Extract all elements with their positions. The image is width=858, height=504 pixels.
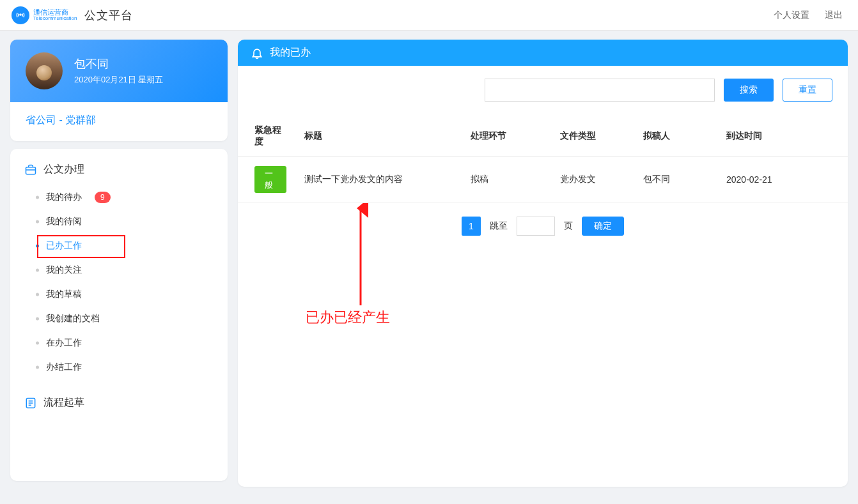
brand-block: 通信运营商 Telecommunication 公文平台	[12, 6, 133, 24]
cell-filetype: 党办发文	[551, 157, 634, 202]
nav-items: 我的待办 9 我的待阅 已办工作	[10, 181, 228, 387]
nav-item-label: 我的关注	[46, 264, 82, 276]
bullet-icon	[36, 366, 39, 369]
todo-badge: 9	[95, 192, 111, 203]
brand-en: Telecommunication	[33, 16, 77, 22]
briefcase-icon	[24, 164, 37, 176]
top-header: 通信运营商 Telecommunication 公文平台 个人设置 退出	[0, 0, 858, 31]
user-info: 包不同 2020年02月21日 星期五	[74, 56, 163, 86]
cell-drafter: 包不同	[634, 157, 717, 202]
search-button[interactable]: 搜索	[724, 79, 774, 102]
bullet-icon	[36, 220, 39, 224]
nav-item-created[interactable]: 我创建的文档	[10, 307, 228, 331]
nav-card: 公文办理 我的待办 9 我的待阅	[10, 149, 228, 481]
table-row[interactable]: 一般 测试一下党办发文的内容 拟稿 党办发文 包不同 2020-02-21	[238, 157, 848, 202]
logout-link[interactable]: 退出	[825, 10, 843, 21]
page-confirm-button[interactable]: 确定	[582, 217, 624, 236]
page-unit: 页	[564, 220, 573, 232]
user-card: 包不同 2020年02月21日 星期五 省公司 - 党群部	[10, 40, 228, 141]
nav-item-label: 我的待办	[46, 192, 82, 203]
nav-item-follow[interactable]: 我的关注	[10, 258, 228, 282]
bullet-icon	[36, 269, 39, 272]
col-arrive: 到达时间	[717, 116, 848, 157]
nav-section-docs[interactable]: 公文办理	[10, 158, 228, 181]
nav-item-label: 我的草稿	[46, 289, 82, 300]
nav-item-closed[interactable]: 办结工作	[10, 355, 228, 379]
col-title: 标题	[295, 116, 462, 157]
nav-item-todo[interactable]: 我的待办 9	[10, 185, 228, 210]
bullet-icon	[36, 196, 39, 199]
bullet-icon	[36, 245, 39, 248]
nav-section-process[interactable]: 流程起草	[10, 391, 228, 415]
main-title: 我的已办	[270, 46, 311, 59]
cell-urgency: 一般	[238, 157, 295, 202]
col-step: 处理环节	[462, 116, 551, 157]
cell-arrive: 2020-02-21	[717, 157, 848, 202]
toolbar: 搜索 重置	[238, 66, 848, 116]
page-input[interactable]	[517, 217, 555, 236]
nav-item-label: 我的待阅	[46, 216, 82, 227]
sidebar: 包不同 2020年02月21日 星期五 省公司 - 党群部 公文办理 我的待办 …	[10, 40, 228, 481]
antenna-icon	[15, 10, 26, 21]
user-dept[interactable]: 省公司 - 党群部	[10, 102, 228, 141]
jump-label: 跳至	[490, 220, 508, 232]
nav-item-label: 办结工作	[46, 362, 82, 373]
nav-item-inprogress[interactable]: 在办工作	[10, 331, 228, 355]
col-drafter: 拟稿人	[634, 116, 717, 157]
header-actions: 个人设置 退出	[774, 10, 843, 21]
annotation-text: 已办已经产生	[306, 308, 390, 327]
nav-item-draft[interactable]: 我的草稿	[10, 282, 228, 307]
col-filetype: 文件类型	[551, 116, 634, 157]
reset-button[interactable]: 重置	[783, 79, 832, 102]
nav-item-toread[interactable]: 我的待阅	[10, 210, 228, 234]
nav-section2-title-text: 流程起草	[43, 396, 84, 409]
done-table: 紧急程度 标题 处理环节 文件类型 拟稿人 到达时间 一般 测试一下党办发文的内…	[238, 116, 848, 202]
bullet-icon	[36, 317, 39, 321]
layout: 包不同 2020年02月21日 星期五 省公司 - 党群部 公文办理 我的待办 …	[0, 31, 858, 496]
table-header-row: 紧急程度 标题 处理环节 文件类型 拟稿人 到达时间	[238, 116, 848, 157]
brand-texts: 通信运营商 Telecommunication	[33, 8, 77, 22]
svg-point-0	[20, 13, 21, 15]
user-name: 包不同	[74, 56, 163, 72]
user-banner: 包不同 2020年02月21日 星期五	[10, 40, 228, 102]
nav-section-title-text: 公文办理	[43, 163, 84, 176]
cell-step: 拟稿	[462, 157, 551, 202]
bullet-icon	[36, 342, 39, 345]
nav-item-label: 已办工作	[46, 240, 82, 252]
document-icon	[24, 397, 37, 409]
avatar	[26, 52, 63, 89]
urgency-tag: 一般	[254, 166, 286, 193]
col-urgency: 紧急程度	[238, 116, 295, 157]
nav-item-done[interactable]: 已办工作	[10, 234, 228, 258]
pager: 1 跳至 页 确定	[238, 202, 848, 250]
logo-icon	[12, 6, 29, 24]
bell-icon	[251, 47, 263, 59]
nav-item-label: 我创建的文档	[46, 313, 100, 325]
bullet-icon	[36, 293, 39, 296]
page-current[interactable]: 1	[462, 217, 481, 236]
app-title: 公文平台	[84, 8, 133, 23]
nav-item-label: 在办工作	[46, 337, 82, 349]
main-header: 我的已办	[238, 40, 848, 66]
main-panel: 我的已办 搜索 重置 紧急程度 标题 处理环节 文件类型 拟稿人 到达时间 一般	[238, 40, 848, 487]
cell-title[interactable]: 测试一下党办发文的内容	[295, 157, 462, 202]
search-input[interactable]	[485, 79, 715, 102]
svg-rect-1	[26, 167, 36, 174]
user-date: 2020年02月21日 星期五	[74, 74, 163, 86]
settings-link[interactable]: 个人设置	[774, 10, 809, 21]
